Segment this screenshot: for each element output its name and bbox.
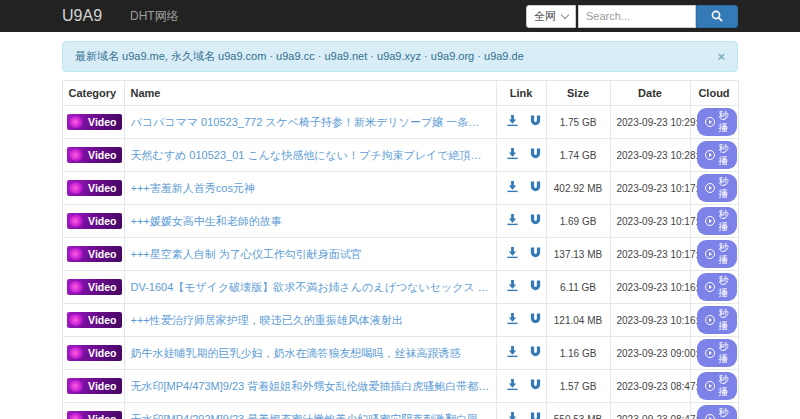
cloud-play-button[interactable]: 秒播 xyxy=(697,108,737,136)
search-scope-select[interactable]: 全网 xyxy=(526,5,576,28)
play-icon xyxy=(705,282,715,292)
search-button[interactable] xyxy=(696,5,738,28)
magnet-icon[interactable] xyxy=(529,212,542,230)
category-badge-video[interactable]: Video xyxy=(67,246,122,262)
category-badge-video[interactable]: Video xyxy=(67,279,122,295)
torrent-name-link[interactable]: +++性爱治疗师居家护理，暌违已久的重振雄风体液射出 xyxy=(131,312,490,329)
category-badge-video[interactable]: Video xyxy=(67,180,122,196)
cloud-play-button[interactable]: 秒播 xyxy=(697,405,737,419)
chevron-down-icon xyxy=(561,10,569,18)
cloud-play-button[interactable]: 秒播 xyxy=(697,372,737,400)
download-icon[interactable] xyxy=(506,113,519,131)
table-row: Video 无水印[MP4/292M]9/23 最美媚态蜜汁嫩鲍美少妇骚蜜穴阴蒂… xyxy=(62,403,738,419)
magnet-icon[interactable] xyxy=(529,113,542,131)
size-cell: 1.74 GB xyxy=(546,139,610,172)
date-cell: 2023-09-23 09:00:11 xyxy=(610,337,690,370)
thumbnail-art xyxy=(69,380,84,392)
table-row: Video +++害羞新人首秀cos元神 402.92 MB 2023-09-2… xyxy=(62,172,738,205)
play-icon xyxy=(705,381,715,391)
cloud-play-button[interactable]: 秒播 xyxy=(697,339,737,367)
magnet-icon[interactable] xyxy=(529,344,542,362)
thumbnail-art xyxy=(69,116,84,128)
category-label: Video xyxy=(88,411,116,419)
date-cell: 2023-09-23 10:28:59 xyxy=(610,139,690,172)
size-cell: 1.57 GB xyxy=(546,370,610,403)
cloud-play-button[interactable]: 秒播 xyxy=(697,207,737,235)
magnet-icon[interactable] xyxy=(529,278,542,296)
date-cell: 2023-09-23 10:17:28 xyxy=(610,205,690,238)
torrent-name-link[interactable]: +++害羞新人首秀cos元神 xyxy=(131,180,490,197)
play-icon xyxy=(705,150,715,160)
category-badge-video[interactable]: Video xyxy=(67,147,122,163)
download-icon[interactable] xyxy=(506,410,519,419)
cloud-play-label: 秒播 xyxy=(719,308,729,332)
torrent-name-link[interactable]: 奶牛水娃哺乳期的巨乳少妇，奶水在滴答狼友想喝吗，丝袜高跟诱惑 xyxy=(131,345,490,362)
download-icon[interactable] xyxy=(506,245,519,263)
cloud-play-button[interactable]: 秒播 xyxy=(697,273,737,301)
cloud-play-button[interactable]: 秒播 xyxy=(697,174,737,202)
cloud-play-label: 秒播 xyxy=(719,407,729,419)
cloud-play-label: 秒播 xyxy=(719,176,729,200)
magnet-icon[interactable] xyxy=(529,179,542,197)
category-label: Video xyxy=(88,213,116,229)
table-row: Video 奶牛水娃哺乳期的巨乳少妇，奶水在滴答狼友想喝吗，丝袜高跟诱惑 1.1… xyxy=(62,337,738,370)
category-badge-video[interactable]: Video xyxy=(67,312,122,328)
magnet-icon[interactable] xyxy=(529,311,542,329)
table-row: Video +++星空素人自制 为了心仪工作勾引献身面试官 137.13 MB … xyxy=(62,238,738,271)
size-cell: 1.16 GB xyxy=(546,337,610,370)
col-header-cloud: Cloud xyxy=(690,81,738,106)
search-group: 全网 xyxy=(526,5,738,28)
download-icon[interactable] xyxy=(506,377,519,395)
magnet-icon[interactable] xyxy=(529,146,542,164)
cloud-play-label: 秒播 xyxy=(719,242,729,266)
play-icon xyxy=(705,414,715,419)
cloud-play-button[interactable]: 秒播 xyxy=(697,306,737,334)
torrent-name-link[interactable]: +++星空素人自制 为了心仪工作勾引献身面试官 xyxy=(131,246,490,263)
torrent-name-link[interactable]: +++媛媛女高中生和老師的故事 xyxy=(131,213,490,230)
download-icon[interactable] xyxy=(506,278,519,296)
search-scope-value: 全网 xyxy=(534,9,556,24)
cloud-play-button[interactable]: 秒播 xyxy=(697,240,737,268)
cloud-play-button[interactable]: 秒播 xyxy=(697,141,737,169)
torrent-name-link[interactable]: 无水印[MP4/473M]9/23 背着姐姐和外甥女乱伦做爱抽插白虎骚鲍白带都干… xyxy=(131,378,490,395)
category-badge-video[interactable]: Video xyxy=(67,114,122,130)
notice-text: 最新域名 u9a9.me, 永久域名 u9a9.com · u9a9.cc · … xyxy=(75,49,524,64)
category-badge-video[interactable]: Video xyxy=(67,411,122,419)
download-icon[interactable] xyxy=(506,212,519,230)
thumbnail-art xyxy=(69,182,84,194)
torrent-name-link[interactable]: 无水印[MP4/292M]9/23 最美媚态蜜汁嫩鲍美少妇骚蜜穴阴蒂刺激翻白眼炮… xyxy=(131,411,490,419)
close-icon[interactable]: × xyxy=(717,50,725,63)
category-label: Video xyxy=(88,279,116,295)
table-header-row: Category Name Link Size Date Cloud xyxy=(62,81,738,106)
category-label: Video xyxy=(88,345,116,361)
category-badge-video[interactable]: Video xyxy=(67,378,122,394)
download-icon[interactable] xyxy=(506,311,519,329)
nav-item-dht[interactable]: DHT网络 xyxy=(130,8,179,25)
thumbnail-art xyxy=(69,215,84,227)
category-label: Video xyxy=(88,246,116,262)
torrent-table: Category Name Link Size Date Cloud Video… xyxy=(62,80,739,419)
play-icon xyxy=(705,117,715,127)
download-icon[interactable] xyxy=(506,146,519,164)
category-badge-video[interactable]: Video xyxy=(67,213,122,229)
torrent-name-link[interactable]: DV-1604【モザイク破壊版】欲求不満お姉さんのえげつないセックス 辰巳ゆい xyxy=(131,279,490,296)
table-row: Video 无水印[MP4/473M]9/23 背着姐姐和外甥女乱伦做爱抽插白虎… xyxy=(62,370,738,403)
date-cell: 2023-09-23 08:47:54 xyxy=(610,370,690,403)
torrent-name-link[interactable]: パコパコママ 010523_772 スケベ椅子持参！新米デリソープ嬢 一条まや xyxy=(131,114,490,131)
download-icon[interactable] xyxy=(506,179,519,197)
size-cell: 402.92 MB xyxy=(546,172,610,205)
download-icon[interactable] xyxy=(506,344,519,362)
play-icon xyxy=(705,183,715,193)
category-badge-video[interactable]: Video xyxy=(67,345,122,361)
category-label: Video xyxy=(88,114,116,130)
torrent-name-link[interactable]: 天然むすめ 010523_01 こんな快感他にない！プチ拘束プレイで絶頂イキ 高… xyxy=(131,147,490,164)
magnet-icon[interactable] xyxy=(529,410,542,419)
search-input[interactable] xyxy=(578,5,696,28)
thumbnail-art xyxy=(69,149,84,161)
magnet-icon[interactable] xyxy=(529,245,542,263)
brand-logo[interactable]: U9A9 xyxy=(62,7,102,25)
cloud-play-label: 秒播 xyxy=(719,110,729,134)
size-cell: 550.53 MB xyxy=(546,403,610,419)
table-row: Video パコパコママ 010523_772 スケベ椅子持参！新米デリソープ嬢… xyxy=(62,106,738,139)
magnet-icon[interactable] xyxy=(529,377,542,395)
